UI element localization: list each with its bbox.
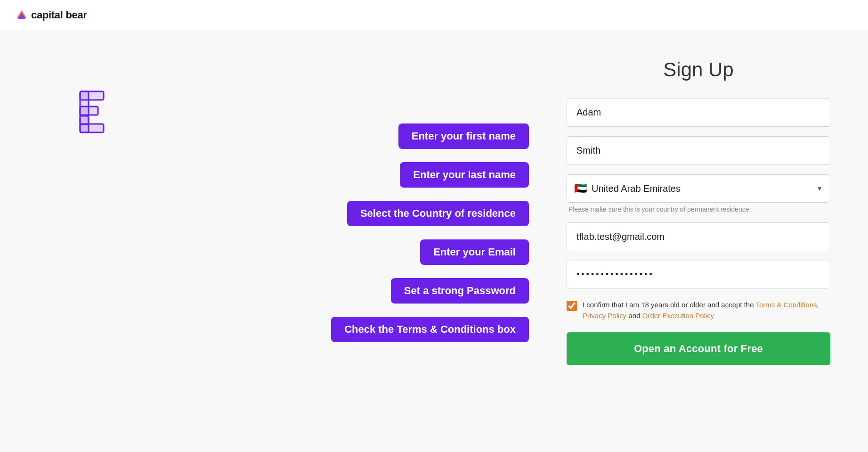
svg-rect-3 [80, 91, 104, 100]
last-name-label-badge: Enter your last name [400, 162, 529, 188]
first-name-label-badge: Enter your first name [398, 123, 529, 149]
logo: capital bear [15, 8, 87, 22]
terms-label-badge: Check the Terms & Conditions box [331, 317, 529, 342]
country-label-badge: Select the Country of residence [347, 201, 529, 226]
email-input[interactable] [567, 222, 830, 251]
country-select[interactable]: United Arab Emirates United States Unite… [567, 174, 830, 203]
page-title: Sign Up [567, 58, 830, 81]
terms-checkbox[interactable] [567, 301, 577, 311]
main-content: Enter your first name Enter your last na… [0, 30, 868, 394]
email-group [567, 222, 830, 251]
password-group [567, 261, 830, 288]
logo-text: capital bear [31, 9, 87, 21]
last-name-group [567, 136, 830, 165]
country-group: 🇦🇪 United Arab Emirates United States Un… [567, 174, 830, 213]
left-panel: Enter your first name Enter your last na… [38, 58, 567, 342]
terms-row: I confirm that I am 18 years old or olde… [567, 298, 830, 323]
svg-rect-6 [80, 124, 104, 132]
terms-text: I confirm that I am 18 years old or olde… [583, 300, 830, 321]
submit-button[interactable]: Open an Account for Free [567, 332, 830, 365]
country-hint: Please make sure this is your country of… [567, 205, 830, 213]
logo-icon [15, 8, 28, 22]
svg-rect-4 [80, 107, 98, 115]
decorative-icon [75, 87, 118, 140]
first-name-input[interactable] [567, 98, 830, 127]
order-execution-link[interactable]: Order Execution Policy [642, 312, 714, 320]
email-label-badge: Enter your Email [420, 239, 529, 265]
last-name-input[interactable] [567, 136, 830, 165]
privacy-policy-link[interactable]: Privacy Policy [583, 312, 626, 320]
right-panel: Sign Up 🇦🇪 United Arab Emirates United S… [567, 58, 830, 365]
password-label-badge: Set a strong Password [391, 278, 529, 304]
terms-conditions-link[interactable]: Terms & Conditions [755, 301, 817, 309]
first-name-group [567, 98, 830, 127]
password-input[interactable] [567, 261, 830, 288]
header: capital bear [0, 0, 868, 30]
country-select-wrapper: 🇦🇪 United Arab Emirates United States Un… [567, 174, 830, 203]
